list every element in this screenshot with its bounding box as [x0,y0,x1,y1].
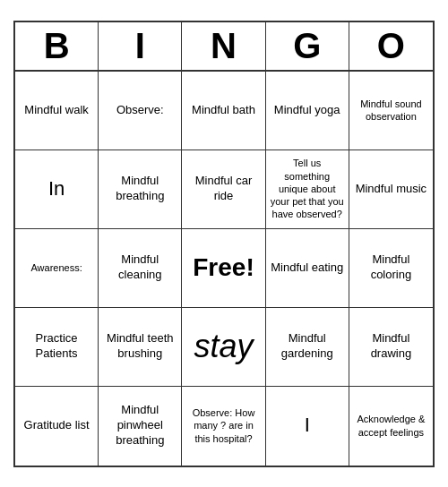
bingo-cell-21: Mindful pinwheel breathing [99,387,182,466]
bingo-grid: Mindful walkObserve:Mindful bathMindful … [15,72,433,466]
bingo-cell-7: Mindful car ride [182,150,265,229]
bingo-cell-10: Awareness: [15,229,99,308]
bingo-cell-15: Practice Patients [15,308,99,387]
bingo-cell-18: Mindful gardening [266,308,349,387]
header-letter-b: B [15,22,99,70]
bingo-cell-1: Observe: [99,72,182,150]
bingo-cell-23: I [266,387,349,466]
bingo-cell-4: Mindful sound observation [349,72,433,150]
bingo-cell-8: Tell us something unique about your pet … [266,150,349,229]
bingo-cell-17: stay [182,308,265,387]
bingo-cell-9: Mindful music [349,150,433,229]
bingo-cell-2: Mindful bath [182,72,265,150]
bingo-header: BINGO [15,22,433,72]
bingo-cell-24: Acknowledge & accept feelings [349,387,433,466]
bingo-cell-22: Observe: How many ? are in this hospital… [182,387,265,466]
header-letter-n: N [182,22,265,70]
header-letter-g: G [266,22,349,70]
bingo-cell-12: Free! [182,229,265,308]
bingo-cell-19: Mindful drawing [349,308,433,387]
bingo-cell-13: Mindful eating [266,229,349,308]
bingo-cell-11: Mindful cleaning [99,229,182,308]
bingo-cell-16: Mindful teeth brushing [99,308,182,387]
bingo-cell-3: Mindful yoga [266,72,349,150]
header-letter-i: I [99,22,182,70]
bingo-card: BINGO Mindful walkObserve:Mindful bathMi… [13,21,435,467]
bingo-cell-20: Gratitude list [15,387,99,466]
bingo-cell-0: Mindful walk [15,72,99,150]
bingo-cell-5: In [15,150,99,229]
bingo-cell-6: Mindful breathing [99,150,182,229]
bingo-cell-14: Mindful coloring [349,229,433,308]
header-letter-o: O [349,22,433,70]
